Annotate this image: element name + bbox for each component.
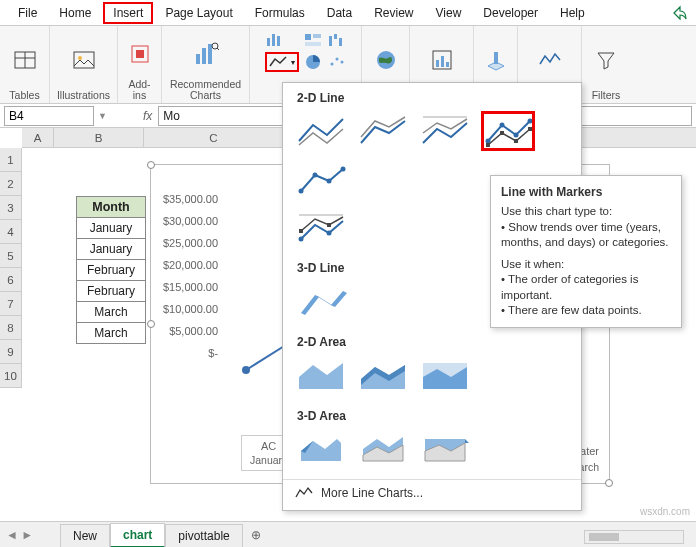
table-cell[interactable]: January bbox=[77, 239, 146, 260]
sheet-tab-new[interactable]: New bbox=[60, 524, 110, 547]
illustrations-icon[interactable] bbox=[71, 47, 97, 73]
svg-rect-50 bbox=[327, 223, 331, 227]
svg-rect-8 bbox=[202, 48, 206, 64]
hier-chart-icon[interactable] bbox=[303, 30, 323, 50]
line-chart-100stacked[interactable] bbox=[419, 111, 473, 151]
row-header[interactable]: 10 bbox=[0, 364, 22, 388]
name-box[interactable] bbox=[4, 106, 94, 126]
reccharts-icon[interactable] bbox=[193, 41, 219, 67]
table-cell[interactable]: March bbox=[77, 323, 146, 344]
watermark: wsxdn.com bbox=[640, 506, 690, 517]
svg-rect-16 bbox=[313, 34, 321, 38]
group-tables: Tables bbox=[0, 26, 50, 103]
waterfall-chart-icon[interactable] bbox=[327, 30, 347, 50]
svg-rect-49 bbox=[299, 229, 303, 233]
table-cell[interactable]: March bbox=[77, 302, 146, 323]
group-illustrations: Illustrations bbox=[50, 26, 118, 103]
row-header[interactable]: 6 bbox=[0, 268, 22, 292]
3d-area[interactable] bbox=[295, 429, 349, 469]
line-chart-basic[interactable] bbox=[295, 111, 349, 151]
share-icon[interactable] bbox=[664, 1, 696, 25]
svg-rect-14 bbox=[277, 36, 280, 46]
row-header[interactable]: 5 bbox=[0, 244, 22, 268]
100stacked-area[interactable] bbox=[419, 355, 473, 395]
table-header-month: Month bbox=[77, 197, 146, 218]
line-chart-stacked[interactable] bbox=[357, 111, 411, 151]
pie-chart-icon[interactable] bbox=[303, 52, 323, 72]
svg-point-45 bbox=[341, 167, 346, 172]
chart-tooltip: Line with Markers Use this chart type to… bbox=[490, 175, 682, 328]
col-header-c[interactable]: C bbox=[144, 128, 284, 147]
sheet-tab-pivottable[interactable]: pivottable bbox=[165, 524, 242, 547]
svg-point-48 bbox=[327, 231, 332, 236]
area-chart[interactable] bbox=[295, 355, 349, 395]
row-header[interactable]: 7 bbox=[0, 292, 22, 316]
3dmap-icon[interactable] bbox=[483, 47, 509, 73]
line-chart-dropdown[interactable]: ▾ bbox=[265, 52, 299, 72]
sheet-tab-chart[interactable]: chart bbox=[110, 523, 165, 547]
resize-handle[interactable] bbox=[147, 320, 155, 328]
row-header[interactable]: 4 bbox=[0, 220, 22, 244]
tab-pagelayout[interactable]: Page Layout bbox=[155, 2, 242, 24]
svg-point-24 bbox=[340, 61, 343, 64]
fx-icon[interactable]: fx bbox=[137, 109, 158, 123]
pivotchart-icon[interactable] bbox=[429, 47, 455, 73]
tables-icon[interactable] bbox=[12, 47, 38, 73]
3d-stacked-area[interactable] bbox=[357, 429, 411, 469]
table-cell[interactable]: February bbox=[77, 281, 146, 302]
add-sheet-button[interactable]: ⊕ bbox=[243, 524, 269, 546]
col-header-b[interactable]: B bbox=[54, 128, 144, 147]
filters-icon[interactable] bbox=[593, 47, 619, 73]
svg-point-32 bbox=[242, 366, 250, 374]
row-headers: 1 2 3 4 5 6 7 8 9 10 bbox=[0, 148, 22, 388]
table-cell[interactable]: January bbox=[77, 218, 146, 239]
svg-rect-13 bbox=[272, 34, 275, 46]
tab-review[interactable]: Review bbox=[364, 2, 423, 24]
col-chart-icon[interactable] bbox=[265, 30, 285, 50]
svg-rect-15 bbox=[305, 34, 311, 40]
row-header[interactable]: 8 bbox=[0, 316, 22, 340]
group-label: Filters bbox=[592, 90, 621, 101]
tab-home[interactable]: Home bbox=[49, 2, 101, 24]
tab-view[interactable]: View bbox=[426, 2, 472, 24]
resize-handle[interactable] bbox=[605, 479, 613, 487]
svg-rect-17 bbox=[305, 42, 321, 46]
tab-developer[interactable]: Developer bbox=[473, 2, 548, 24]
ribbon-tabs: File Home Insert Page Layout Formulas Da… bbox=[0, 0, 696, 26]
namebox-dropdown-icon[interactable]: ▼ bbox=[98, 111, 107, 121]
col-header-a[interactable]: A bbox=[22, 128, 54, 147]
addins-icon[interactable] bbox=[127, 41, 153, 67]
chart-y-axis: $35,000.00$30,000.00$25,000.00$20,000.00… bbox=[163, 193, 218, 369]
tab-insert[interactable]: Insert bbox=[103, 2, 153, 24]
svg-rect-41 bbox=[528, 127, 532, 131]
sheet-tabs: ◄ ► New chart pivottable ⊕ bbox=[0, 521, 696, 547]
100stacked-line-markers[interactable] bbox=[295, 207, 349, 247]
more-line-charts[interactable]: More Line Charts... bbox=[283, 479, 581, 502]
row-header[interactable]: 3 bbox=[0, 196, 22, 220]
group-filters: Filters bbox=[582, 26, 630, 103]
tab-file[interactable]: File bbox=[8, 2, 47, 24]
horizontal-scrollbar[interactable] bbox=[584, 530, 684, 544]
resize-handle[interactable] bbox=[147, 161, 155, 169]
3d-line[interactable] bbox=[295, 281, 349, 321]
more-charts-icon bbox=[295, 486, 313, 500]
svg-rect-19 bbox=[334, 34, 337, 39]
tab-help[interactable]: Help bbox=[550, 2, 595, 24]
row-header[interactable]: 9 bbox=[0, 340, 22, 364]
stacked-line-markers[interactable] bbox=[295, 159, 349, 199]
table-cell[interactable]: February bbox=[77, 260, 146, 281]
sheet-nav[interactable]: ◄ ► bbox=[6, 528, 33, 542]
sparklines-icon[interactable] bbox=[537, 47, 563, 73]
svg-rect-3 bbox=[74, 52, 94, 68]
row-header[interactable]: 1 bbox=[0, 148, 22, 172]
tab-data[interactable]: Data bbox=[317, 2, 362, 24]
tab-formulas[interactable]: Formulas bbox=[245, 2, 315, 24]
line-with-markers[interactable] bbox=[481, 111, 535, 151]
group-label: Recommended Charts bbox=[170, 79, 241, 101]
row-header[interactable]: 2 bbox=[0, 172, 22, 196]
scatter-chart-icon[interactable] bbox=[327, 52, 347, 72]
section-3d-area: 3-D Area bbox=[297, 409, 581, 423]
3d-100stacked-area[interactable] bbox=[419, 429, 473, 469]
maps-icon[interactable] bbox=[373, 47, 399, 73]
stacked-area[interactable] bbox=[357, 355, 411, 395]
